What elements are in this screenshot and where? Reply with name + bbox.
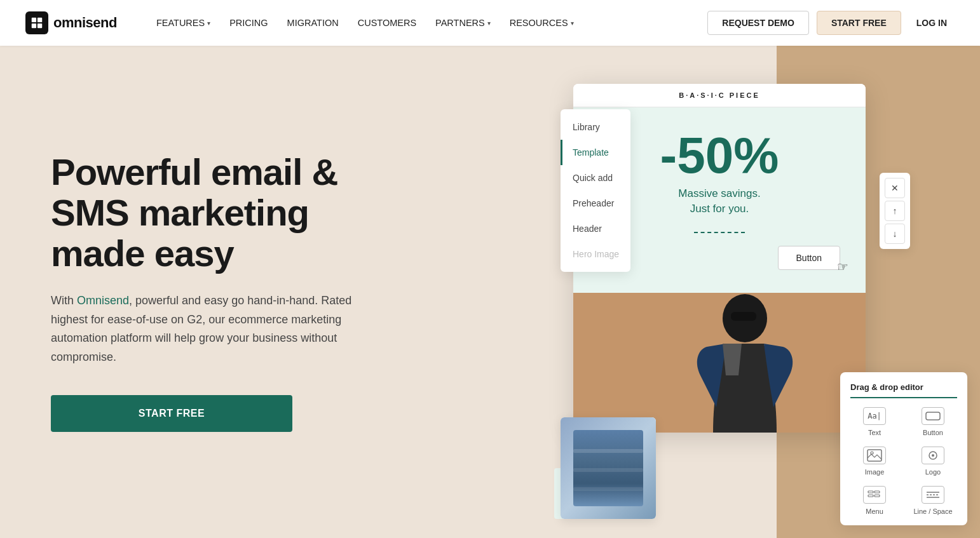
hero-title: Powerful email & SMS marketing made easy [51,152,381,273]
start-free-hero-button[interactable]: START FREE [51,395,292,432]
request-demo-button[interactable]: REQUEST DEMO [707,11,809,35]
email-tagline: Massive savings. Just for you. [599,186,840,217]
nav-item-features[interactable]: FEATURES ▾ [149,13,218,33]
svg-rect-1 [37,18,42,22]
hero-description: With Omnisend, powerful and easy go hand… [51,292,356,367]
dnd-item-image[interactable]: Image [850,447,899,476]
nav-item-partners[interactable]: PARTNERS ▾ [428,13,498,33]
sidebar-item-header[interactable]: Header [561,216,630,241]
email-divider [694,232,745,233]
hero-text-block: Powerful email & SMS marketing made easy… [51,152,381,431]
dnd-logo-label: Logo [925,468,941,476]
svg-point-11 [932,454,934,457]
email-button-wrap: Button ☞ [599,246,840,270]
sidebar-item-hero-image[interactable]: Hero Image [561,241,630,267]
login-button[interactable]: LOG IN [909,11,955,34]
editor-controls: ✕ ↑ ↓ [880,173,910,249]
move-up-button[interactable]: ↑ [885,201,905,221]
email-header: B·A·S·I·C PIECE [573,84,866,107]
logo-dnd-icon [922,447,944,464]
dnd-item-line-space[interactable]: Line / Space [909,486,957,515]
dnd-item-menu[interactable]: Menu [850,486,899,515]
dnd-button-label: Button [923,429,943,436]
dnd-panel-title: Drag & drop editor [850,382,957,398]
jeans-image [573,430,643,506]
svg-rect-13 [875,491,880,493]
menu-icon [863,486,886,504]
svg-point-9 [871,452,873,454]
sidebar-item-preheader[interactable]: Preheader [561,191,630,216]
dnd-item-logo[interactable]: Logo [909,447,957,476]
text-icon: Aa| [863,407,886,425]
editor-sidebar: Library Template Quick add Preheader Hea… [561,109,630,272]
sidebar-item-quick-add[interactable]: Quick add [561,165,630,191]
nav-links: FEATURES ▾ PRICING MIGRATION CUSTOMERS P… [149,13,707,33]
email-cta-button[interactable]: Button ☞ [778,246,840,270]
svg-rect-6 [731,312,756,321]
hero-section: Powerful email & SMS marketing made easy… [0,46,980,538]
svg-rect-7 [926,412,940,420]
sidebar-item-library[interactable]: Library [561,114,630,140]
dnd-item-text[interactable]: Aa| Text [850,407,899,436]
dnd-image-label: Image [865,468,885,476]
nav-item-pricing[interactable]: PRICING [222,13,275,33]
svg-rect-3 [37,24,42,28]
line-space-icon [922,486,944,504]
omnisend-link[interactable]: Omnisend [77,294,129,307]
sidebar-item-template[interactable]: Template [561,140,630,165]
nav-actions: REQUEST DEMO START FREE LOG IN [707,11,955,35]
cursor-icon: ☞ [837,259,848,274]
chevron-down-icon: ▾ [487,20,491,27]
email-discount: -50% [599,130,840,181]
email-brand-name: B·A·S·I·C PIECE [573,91,866,99]
dnd-line-space-label: Line / Space [913,508,952,515]
svg-rect-2 [32,24,36,28]
chevron-down-icon: ▾ [207,20,210,27]
nav-item-customers[interactable]: CUSTOMERS [350,13,424,33]
dnd-item-button[interactable]: Button [909,407,957,436]
svg-rect-0 [32,18,36,22]
svg-rect-12 [868,491,873,493]
dnd-panel: Drag & drop editor Aa| Text Button Ima [840,372,967,525]
move-down-button[interactable]: ↓ [885,224,905,244]
chevron-down-icon: ▾ [571,20,574,27]
product-card-image [561,417,656,519]
logo-icon [25,11,48,34]
start-free-nav-button[interactable]: START FREE [817,11,901,35]
svg-rect-15 [875,495,880,497]
product-card [561,417,656,519]
nav-item-migration[interactable]: MIGRATION [280,13,346,33]
dnd-text-label: Text [868,429,881,436]
nav-item-resources[interactable]: RESOURCES ▾ [502,13,582,33]
logo[interactable]: omnisend [25,11,117,34]
hero-illustration: Library Template Quick add Preheader Hea… [408,46,980,538]
navbar: omnisend FEATURES ▾ PRICING MIGRATION CU… [0,0,980,46]
button-icon [922,407,944,425]
svg-rect-14 [868,495,873,497]
dnd-grid: Aa| Text Button Image [850,407,957,515]
close-button[interactable]: ✕ [885,178,905,198]
brand-name: omnisend [53,15,117,31]
image-icon [863,447,886,464]
dnd-menu-label: Menu [866,508,883,515]
email-product-image [573,293,866,433]
